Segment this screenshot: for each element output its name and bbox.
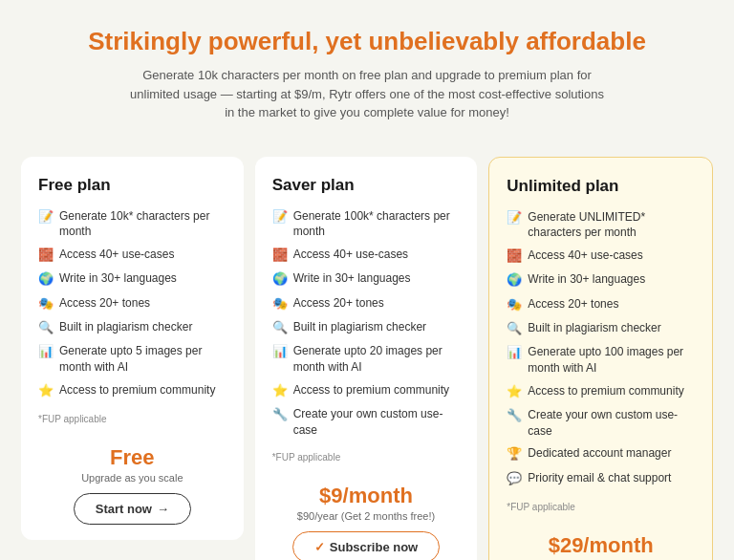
list-item: 🧱Access 40+ use-cases bbox=[272, 247, 461, 264]
feature-icon: 🔧 bbox=[507, 407, 522, 424]
list-item: 🔍Built in plagiarism checker bbox=[38, 319, 227, 336]
feature-icon: 🎭 bbox=[38, 295, 54, 312]
list-item: 🎭Access 20+ tones bbox=[38, 295, 227, 312]
feature-icon: 📝 bbox=[38, 208, 54, 226]
free-plan-footer: Free Upgrade as you scale Start now → bbox=[38, 434, 227, 525]
list-item: 📊Generate upto 5 images per month with A… bbox=[38, 343, 227, 376]
feature-icon: 🌍 bbox=[507, 271, 522, 289]
list-item: 🌍Write in 30+ languages bbox=[38, 270, 227, 288]
list-item: 🔍Built in plagiarism checker bbox=[507, 320, 695, 337]
saver-plan-price: $9/month bbox=[272, 484, 461, 508]
unlimited-plan-fup: *FUP applicable bbox=[507, 502, 695, 512]
free-plan-title: Free plan bbox=[38, 176, 227, 195]
list-item: 🎭Access 20+ tones bbox=[507, 296, 695, 313]
feature-icon: 📊 bbox=[38, 343, 54, 360]
unlimited-plan: Unlimited plan 📝Generate UNLIMITED* char… bbox=[488, 157, 713, 560]
feature-icon: 🔍 bbox=[507, 320, 522, 337]
list-item: ⭐Access to premium community bbox=[38, 382, 227, 399]
page-header: Strikingly powerful, yet unbelievably af… bbox=[0, 0, 734, 141]
free-plan: Free plan 📝Generate 10k* characters per … bbox=[21, 157, 244, 540]
free-plan-fup: *FUP applicable bbox=[38, 414, 227, 424]
list-item: 🎭Access 20+ tones bbox=[272, 295, 461, 312]
saver-plan-fup: *FUP applicable bbox=[272, 452, 461, 463]
feature-icon: 🔧 bbox=[272, 406, 288, 423]
list-item: 🏆Dedicated account manager bbox=[507, 445, 695, 463]
list-item: 📊Generate upto 20 images per month with … bbox=[272, 343, 461, 376]
saver-plan-price-sub: $90/year (Get 2 months free!) bbox=[272, 510, 461, 522]
feature-icon: 🔍 bbox=[272, 319, 288, 336]
unlimited-plan-features: 📝Generate UNLIMITED* characters per mont… bbox=[507, 209, 695, 494]
feature-icon: 📝 bbox=[272, 208, 288, 226]
list-item: 📝Generate 10k* characters per month bbox=[38, 208, 227, 241]
free-plan-features: 📝Generate 10k* characters per month 🧱Acc… bbox=[38, 208, 227, 406]
list-item: 🧱Access 40+ use-cases bbox=[507, 248, 695, 265]
list-item: 📝Generate UNLIMITED* characters per mont… bbox=[507, 209, 695, 242]
list-item: 🔧Create your own custom use-case bbox=[507, 407, 695, 440]
feature-icon: 🧱 bbox=[507, 248, 522, 265]
feature-icon: 🌍 bbox=[38, 270, 54, 288]
feature-icon: 🔍 bbox=[38, 319, 54, 336]
feature-icon: 🧱 bbox=[272, 247, 288, 264]
feature-icon: 🎭 bbox=[272, 295, 288, 312]
list-item: ⭐Access to premium community bbox=[507, 383, 695, 400]
unlimited-plan-price: $29/month bbox=[507, 533, 695, 558]
free-plan-price: Free bbox=[38, 445, 227, 470]
list-item: 🔧Create your own custom use-case bbox=[272, 406, 461, 439]
list-item: 💬Priority email & chat support bbox=[507, 470, 695, 487]
saver-plan-footer: $9/month $90/year (Get 2 months free!) ✓… bbox=[272, 472, 461, 560]
list-item: ⭐Access to premium community bbox=[272, 382, 461, 399]
free-plan-cta[interactable]: Start now → bbox=[74, 493, 191, 525]
saver-plan-title: Saver plan bbox=[272, 176, 461, 195]
feature-icon: 🎭 bbox=[507, 296, 522, 313]
feature-icon: ⭐ bbox=[272, 382, 288, 399]
plans-container: Free plan 📝Generate 10k* characters per … bbox=[0, 141, 734, 560]
feature-icon: 📊 bbox=[272, 343, 288, 360]
list-item: 🔍Built in plagiarism checker bbox=[272, 319, 461, 336]
arrow-icon: → bbox=[157, 502, 169, 516]
feature-icon: ⭐ bbox=[38, 382, 54, 399]
feature-icon: 🏆 bbox=[507, 445, 522, 463]
list-item: 📊Generate upto 100 images per month with… bbox=[507, 344, 695, 377]
unlimited-plan-title: Unlimited plan bbox=[507, 177, 695, 196]
unlimited-plan-footer: $29/month $290/year (Get 2 months free!)… bbox=[507, 522, 695, 560]
list-item: 📝Generate 100k* characters per month bbox=[272, 208, 461, 241]
saver-plan-cta[interactable]: ✓ Subscribe now bbox=[292, 531, 440, 560]
free-plan-price-sub: Upgrade as you scale bbox=[38, 472, 227, 484]
list-item: 🌍Write in 30+ languages bbox=[507, 271, 695, 289]
list-item: 🧱Access 40+ use-cases bbox=[38, 247, 227, 264]
page-title: Strikingly powerful, yet unbelievably af… bbox=[57, 27, 677, 56]
feature-icon: 📊 bbox=[507, 344, 522, 361]
saver-plan: Saver plan 📝Generate 100k* characters pe… bbox=[255, 157, 478, 560]
list-item: 🌍Write in 30+ languages bbox=[272, 270, 461, 288]
saver-plan-features: 📝Generate 100k* characters per month 🧱Ac… bbox=[272, 208, 461, 445]
page-subtitle: Generate 10k characters per month on fre… bbox=[128, 66, 606, 122]
feature-icon: 📝 bbox=[507, 209, 522, 226]
feature-icon: 🧱 bbox=[38, 247, 54, 264]
feature-icon: 🌍 bbox=[272, 270, 288, 288]
feature-icon: ⭐ bbox=[507, 383, 522, 400]
check-icon: ✓ bbox=[314, 540, 325, 554]
feature-icon: 💬 bbox=[507, 470, 522, 487]
